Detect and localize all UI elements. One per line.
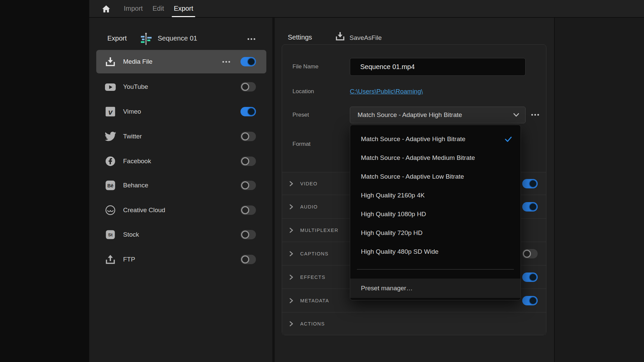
location-label: Location	[292, 88, 314, 95]
chevron-right-icon[interactable]	[289, 181, 293, 186]
check-icon	[505, 136, 512, 142]
behance-icon: Bē	[104, 179, 117, 192]
ftp-upload-icon	[104, 253, 117, 266]
creative-cloud-icon	[104, 204, 117, 217]
twitter-icon	[104, 130, 117, 143]
preset-option[interactable]: High Quality 2160p 4K	[350, 186, 521, 205]
stock-icon: St	[104, 228, 117, 241]
location-link[interactable]: C:\Users\Public\Roaming\	[350, 88, 423, 95]
svg-text:v: v	[108, 108, 113, 116]
preset-option[interactable]: High Quality 1080p HD	[350, 205, 521, 224]
vimeo-icon: v	[104, 105, 117, 118]
preset-more-options-icon[interactable]	[531, 114, 539, 116]
preset-option[interactable]: Match Source - Adaptive Low Bitrate	[350, 167, 521, 186]
destination-facebook[interactable]: Facebook	[96, 149, 266, 173]
chevron-down-icon	[513, 113, 519, 117]
home-icon	[102, 5, 111, 13]
chevron-right-icon[interactable]	[289, 321, 293, 326]
destination-stock[interactable]: St Stock	[96, 223, 266, 246]
preset-option[interactable]: High Quality 720p HD	[350, 224, 521, 242]
file-name-label: File Name	[292, 63, 318, 70]
preset-option[interactable]: High Quality 480p SD Wide	[350, 242, 521, 261]
youtube-toggle[interactable]	[240, 82, 256, 92]
preset-manager-item[interactable]: Preset manager…	[350, 279, 521, 298]
premiere-export-window: Import Edit Export Export Sequence 01 Me…	[0, 0, 644, 362]
settings-title: Settings	[288, 34, 312, 41]
chevron-right-icon[interactable]	[289, 298, 293, 303]
vimeo-toggle[interactable]	[240, 107, 256, 116]
video-toggle[interactable]	[522, 179, 538, 188]
destination-vimeo[interactable]: v Vimeo	[96, 100, 266, 123]
facebook-toggle[interactable]	[240, 157, 256, 166]
workspace-tabs: Import Edit Export	[124, 0, 193, 17]
media-file-icon	[104, 55, 117, 68]
behance-toggle[interactable]	[240, 181, 256, 190]
tab-export[interactable]: Export	[174, 0, 193, 17]
tab-edit[interactable]: Edit	[153, 0, 164, 17]
destination-behance[interactable]: Bē Behance	[96, 174, 266, 197]
media-file-toggle[interactable]	[240, 57, 256, 66]
tab-import[interactable]: Import	[124, 0, 143, 17]
destination-media-file[interactable]: Media File	[96, 50, 266, 73]
preset-dropdown[interactable]: Match Source - Adaptive High Bitrate	[350, 107, 526, 123]
panel-more-options-icon[interactable]	[248, 38, 255, 40]
audio-toggle[interactable]	[522, 202, 538, 212]
metadata-toggle[interactable]	[522, 296, 538, 305]
preset-option[interactable]: Match Source - Adaptive Medium Bitrate	[350, 148, 521, 167]
preset-option[interactable]: Match Source - Adaptive High Bitrate	[350, 130, 521, 148]
left-black-strip	[0, 0, 89, 362]
destination-creative-cloud[interactable]: Creative Cloud	[96, 198, 266, 222]
preset-dropdown-menu: Match Source - Adaptive High Bitrate Mat…	[350, 125, 521, 300]
svg-text:St: St	[108, 232, 113, 237]
menu-separator	[357, 269, 514, 269]
save-as-file-button[interactable]: SaveAsFile	[350, 34, 382, 42]
youtube-icon	[104, 80, 117, 93]
effects-toggle[interactable]	[522, 273, 538, 282]
preset-label: Preset	[292, 112, 309, 118]
svg-text:Bē: Bē	[107, 183, 113, 188]
destination-youtube[interactable]: YouTube	[96, 75, 266, 99]
format-label: Format	[292, 141, 311, 147]
captions-toggle[interactable]	[522, 249, 538, 258]
export-panel-title: Export	[107, 35, 127, 42]
twitter-toggle[interactable]	[240, 132, 256, 141]
chevron-right-icon[interactable]	[289, 251, 293, 256]
home-button[interactable]	[101, 4, 111, 14]
section-actions[interactable]: ACTIONS	[282, 312, 546, 335]
destination-ftp[interactable]: FTP	[96, 248, 266, 271]
chevron-right-icon[interactable]	[289, 204, 293, 209]
ftp-toggle[interactable]	[240, 255, 256, 264]
media-file-more-icon[interactable]	[222, 61, 230, 63]
stock-toggle[interactable]	[240, 230, 256, 239]
chevron-right-icon[interactable]	[289, 228, 293, 233]
file-name-input[interactable]	[350, 58, 526, 76]
sequence-name: Sequence 01	[158, 35, 197, 42]
destination-twitter[interactable]: Twitter	[96, 125, 266, 148]
sequence-icon	[139, 32, 153, 46]
save-as-file-icon[interactable]	[335, 31, 345, 42]
creative-cloud-toggle[interactable]	[240, 205, 256, 215]
chevron-right-icon[interactable]	[289, 275, 293, 280]
preset-selected-value: Match Source - Adaptive High Bitrate	[350, 111, 513, 119]
right-empty-area	[554, 18, 644, 362]
facebook-icon	[104, 155, 117, 168]
